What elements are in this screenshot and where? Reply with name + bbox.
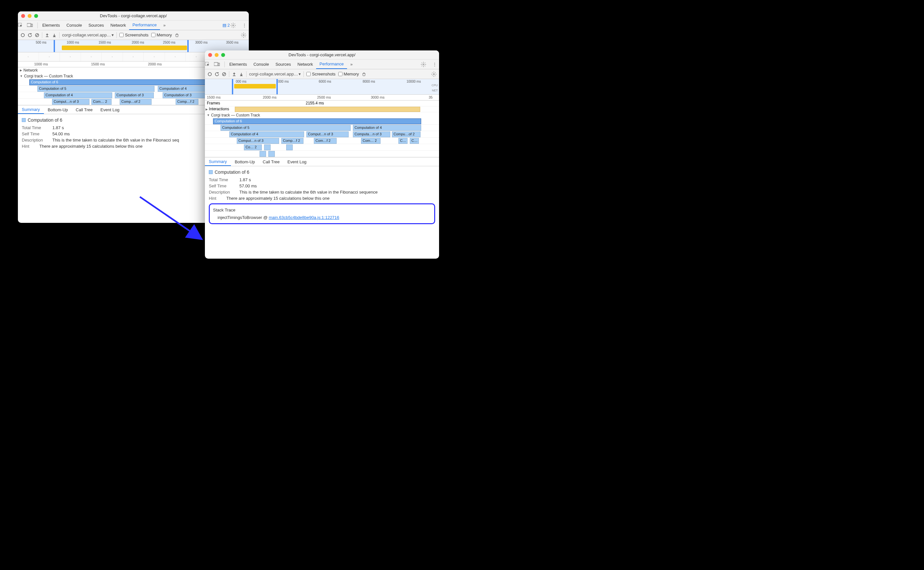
btab-bottomup[interactable]: Bottom-Up <box>231 158 259 166</box>
flame-bar[interactable]: Comput…n of 3 <box>306 132 349 137</box>
overview-handle-right[interactable] <box>277 79 278 94</box>
flame-bar[interactable]: Com… 2 <box>92 99 112 105</box>
kebab-icon[interactable]: ⋮ <box>430 62 439 67</box>
ruler-tick: 2000 ms <box>148 62 162 66</box>
btab-eventlog[interactable]: Event Log <box>96 106 124 114</box>
stack-trace-label: Stack Trace <box>213 208 431 213</box>
memory-checkbox[interactable]: Memory <box>338 72 359 77</box>
upload-icon[interactable] <box>45 33 49 37</box>
track-interactions[interactable]: ▶ Interactions <box>205 107 229 111</box>
flame-bar[interactable] <box>260 151 266 157</box>
tab-elements[interactable]: Elements <box>39 20 63 30</box>
screenshots-checkbox[interactable]: Screenshots <box>119 32 148 37</box>
flame-bar[interactable]: C… <box>410 138 419 144</box>
btab-summary[interactable]: Summary <box>18 106 44 114</box>
stack-trace-link[interactable]: main.63cb5c4bde8be90a.js:1:122716 <box>269 215 339 220</box>
flame-bar[interactable]: Comp…of 2 <box>120 99 151 105</box>
flame-bar[interactable]: Comput…n of 3 <box>52 99 89 105</box>
reload-icon[interactable] <box>28 33 32 37</box>
tab-performance[interactable]: Performance <box>316 60 347 69</box>
flame-bar[interactable] <box>268 151 275 157</box>
download-icon[interactable] <box>239 72 243 77</box>
total-time-label: Total Time <box>209 177 235 182</box>
more-tabs-icon[interactable]: » <box>347 62 356 67</box>
tab-sources[interactable]: Sources <box>85 20 107 30</box>
overview[interactable]: 000 ms 000 ms 6000 ms 8000 ms 10000 ms C… <box>205 79 439 95</box>
summary-panel: Computation of 6 Total Time1.87 s Self T… <box>205 166 439 259</box>
tab-console[interactable]: Console <box>250 60 272 69</box>
track-custom[interactable]: ▼Corgi track — Custom Track <box>205 112 439 118</box>
capture-settings-icon[interactable] <box>241 32 246 38</box>
flame-bar[interactable]: Computation of 4 <box>44 92 112 98</box>
clear-icon[interactable] <box>222 72 226 77</box>
titlebar: DevTools - corgi-collage.vercel.app/ <box>18 11 249 20</box>
tab-elements[interactable]: Elements <box>226 60 250 69</box>
close-icon[interactable] <box>21 14 25 18</box>
maximize-icon[interactable] <box>221 53 225 57</box>
issues-badge[interactable]: ▤ 2 <box>222 23 231 28</box>
flame-bar[interactable]: Computation of 6 <box>213 118 421 124</box>
settings-icon[interactable] <box>231 23 240 28</box>
btab-calltree[interactable]: Call Tree <box>259 158 284 166</box>
upload-icon[interactable] <box>232 72 236 77</box>
flame-bar[interactable] <box>264 144 271 150</box>
flame-bar[interactable]: Computation of 5 <box>220 125 350 131</box>
inspect-icon[interactable] <box>205 62 214 67</box>
flame-bar[interactable]: Comp…f 2 <box>281 138 303 144</box>
flame-bar[interactable]: Compu…of 2 <box>392 132 421 137</box>
capture-settings-icon[interactable] <box>431 72 436 77</box>
tab-performance[interactable]: Performance <box>129 20 160 30</box>
tab-network[interactable]: Network <box>294 60 317 69</box>
tab-console[interactable]: Console <box>63 20 85 30</box>
overview-handle-right[interactable] <box>187 40 189 52</box>
btab-summary[interactable]: Summary <box>205 158 231 166</box>
self-time-label: Self Time <box>22 132 48 136</box>
record-icon[interactable] <box>208 72 212 77</box>
device-icon[interactable] <box>27 23 36 28</box>
hint-label: Hint <box>22 144 35 149</box>
tab-sources[interactable]: Sources <box>272 60 294 69</box>
flame-bar[interactable]: Com…f 2 <box>314 138 337 144</box>
flame-bar[interactable] <box>286 144 293 150</box>
kebab-icon[interactable]: ⋮ <box>240 23 249 28</box>
btab-eventlog[interactable]: Event Log <box>284 158 311 166</box>
gc-icon[interactable] <box>174 33 179 37</box>
device-icon[interactable] <box>214 62 223 67</box>
record-icon[interactable] <box>20 33 25 37</box>
inspect-icon[interactable] <box>18 23 27 28</box>
interaction-bar[interactable] <box>235 107 420 112</box>
url-select[interactable]: corgi-collage.vercel.app…▾ <box>249 72 301 77</box>
btab-bottomup[interactable]: Bottom-Up <box>44 106 72 114</box>
overview-tick: 500 ms <box>36 41 46 44</box>
flame-bar[interactable]: Computation of 5 <box>37 86 155 92</box>
url-select[interactable]: corgi-collage.vercel.app…▾ <box>62 32 114 37</box>
download-icon[interactable] <box>52 33 57 37</box>
minimize-icon[interactable] <box>28 14 32 18</box>
clear-icon[interactable] <box>35 33 39 37</box>
reload-icon[interactable] <box>215 72 219 77</box>
overview-handle-left[interactable] <box>54 40 55 52</box>
memory-checkbox[interactable]: Memory <box>151 32 172 37</box>
flame-bar[interactable]: C… <box>398 138 407 144</box>
self-time-value: 54.00 ms <box>52 132 70 136</box>
more-tabs-icon[interactable]: » <box>160 23 169 28</box>
flame-bar[interactable]: Computa…n of 3 <box>353 132 390 137</box>
flame-bar[interactable]: Computation of 4 <box>353 125 421 131</box>
flame-bar[interactable]: Co… 2 <box>244 144 262 150</box>
svg-point-7 <box>243 34 244 36</box>
flame-bar[interactable]: Comput…n of 3 <box>237 138 279 144</box>
tab-network[interactable]: Network <box>107 20 130 30</box>
flame-bar[interactable]: Com… 2 <box>361 138 381 144</box>
flame-bar[interactable]: Computation of 4 <box>229 132 304 137</box>
screenshots-checkbox[interactable]: Screenshots <box>306 72 335 77</box>
settings-icon[interactable] <box>421 62 430 67</box>
minimize-icon[interactable] <box>215 53 219 57</box>
ruler[interactable]: 1500 ms 2000 ms 2500 ms 3000 ms 35 <box>205 95 439 101</box>
maximize-icon[interactable] <box>34 14 38 18</box>
overview-handle-left[interactable] <box>232 79 233 94</box>
btab-calltree[interactable]: Call Tree <box>72 106 96 114</box>
flame-bar[interactable]: Computation of 3 <box>115 92 154 98</box>
close-icon[interactable] <box>208 53 212 57</box>
flame-bar[interactable]: Comp…f 2 <box>176 99 198 105</box>
gc-icon[interactable] <box>362 72 366 77</box>
